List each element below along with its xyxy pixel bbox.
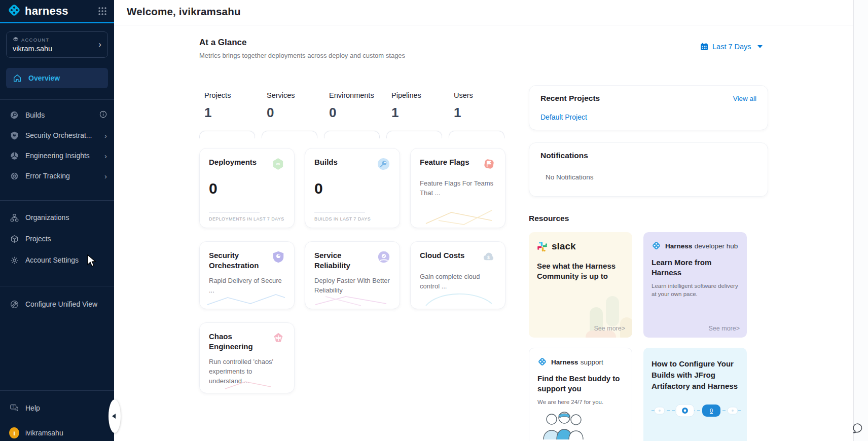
see-more-link[interactable]: See more>: [709, 325, 740, 332]
sidebar-divider: [0, 99, 114, 100]
module-cards: Deployments ∞ 0 DEPLOYMENTS IN LAST 7 DA…: [199, 148, 505, 393]
card-edge: [199, 131, 255, 138]
resources-title: Resources: [529, 214, 768, 223]
metric-services[interactable]: Services 0: [267, 91, 329, 121]
app-grid-icon[interactable]: [98, 7, 107, 16]
sidebar-item-label: Builds: [25, 111, 93, 119]
sidebar-divider: [0, 200, 114, 201]
service-reliability-icon: [377, 250, 390, 266]
chevron-right-icon: ›: [104, 152, 107, 160]
recent-projects-title: Recent Projects: [540, 94, 600, 103]
jfrog-resource-card[interactable]: How to Configure Your Builds with JFrog …: [643, 348, 747, 441]
metric-pipelines[interactable]: Pipelines 1: [391, 91, 454, 121]
svg-text:?: ?: [12, 405, 14, 409]
see-more-link[interactable]: See more>: [594, 325, 626, 332]
sidebar-item-help[interactable]: ? Help: [0, 398, 114, 418]
feature-flags-icon: [482, 157, 496, 173]
metric-environments[interactable]: Environments 0: [329, 91, 391, 121]
decorative-sketch: [205, 289, 286, 307]
sidebar-item-overview[interactable]: Overview: [6, 68, 108, 88]
brand-name: harness: [25, 5, 98, 18]
developer-hub-resource-card[interactable]: Harness developer hub Learn More from Ha…: [643, 232, 747, 338]
security-orchestration-card[interactable]: Security Orchestration Rapid Delivery of…: [199, 241, 295, 309]
sidebar-item-account-settings[interactable]: Account Settings: [0, 249, 114, 271]
card-description: Deploy Faster With Better Reliability: [314, 276, 390, 296]
cloud-costs-card[interactable]: Cloud Costs $ Gain complete cloud contro…: [410, 241, 505, 309]
pipeline-badge: 0: [710, 408, 713, 414]
card-edge: [324, 131, 380, 138]
chevron-down-icon: [757, 45, 763, 48]
chat-support-icon[interactable]: [849, 422, 864, 438]
metric-value: 1: [391, 105, 454, 121]
decorative-sketch: [416, 205, 497, 226]
info-icon[interactable]: [99, 111, 107, 120]
insights-icon: [9, 152, 19, 160]
sidebar-item-engineering-insights[interactable]: Engineering Insights ›: [0, 145, 114, 166]
chaos-engineering-card[interactable]: Chaos Engineering Run controlled 'chaos'…: [199, 322, 295, 393]
gear-icon: [9, 256, 19, 265]
card-description: Feature Flags For Teams That ...: [420, 179, 496, 198]
metric-card-edges: [199, 131, 504, 138]
card-value: 0: [209, 180, 285, 197]
harness-logo-icon: [7, 3, 21, 19]
brand-rest: support: [581, 358, 603, 366]
sidebar-item-projects[interactable]: Projects: [0, 228, 114, 249]
pipeline-illustration: 0: [652, 399, 741, 422]
deployments-card[interactable]: Deployments ∞ 0 DEPLOYMENTS IN LAST 7 DA…: [199, 148, 295, 228]
account-icon: [13, 36, 19, 43]
sidebar-item-label: Configure Unified View: [25, 300, 107, 308]
sidebar-item-security-orchestration[interactable]: Security Orchestrat... ›: [0, 125, 114, 145]
card-title: Service Reliability: [314, 250, 374, 270]
card-title: Chaos Engineering: [209, 332, 269, 351]
sidebar-collapse-handle[interactable]: [108, 399, 121, 433]
harness-support-resource-card[interactable]: Harness support Find the Best buddy to s…: [529, 348, 632, 441]
resource-headline: See what the Harness Community is up to: [537, 261, 624, 282]
metric-users[interactable]: Users 1: [454, 91, 516, 121]
page-title: Welcome, ivikramsahu: [114, 0, 853, 18]
sidebar-item-label: Overview: [28, 74, 102, 82]
harness-logo-icon: [652, 241, 661, 250]
sidebar-user[interactable]: i ivikramsahu: [0, 424, 114, 441]
notifications-card: Notifications No Notifications: [529, 142, 768, 197]
sidebar-item-configure-unified-view[interactable]: Configure Unified View: [0, 293, 114, 315]
security-orchestration-icon: [272, 250, 285, 266]
sidebar-item-label: Error Tracking: [25, 172, 98, 180]
sidebar-item-label: Help: [25, 404, 107, 412]
shield-icon: [9, 131, 19, 140]
metric-value: 1: [204, 105, 267, 121]
default-project-link[interactable]: Default Project: [540, 113, 587, 121]
decorative-sketch: [416, 288, 497, 307]
metric-label: Services: [267, 91, 329, 99]
card-caption: DEPLOYMENTS IN LAST 7 DAYS: [209, 216, 284, 222]
wrench-icon: [9, 300, 19, 309]
builds-card[interactable]: Builds 0 BUILDS IN LAST 7 DAYS: [305, 148, 400, 228]
deployments-icon: ∞: [271, 157, 285, 173]
svg-text:$: $: [487, 255, 490, 260]
metric-projects[interactable]: Projects 1: [204, 91, 267, 121]
metric-label: Environments: [329, 91, 391, 99]
divider: [314, 212, 365, 213]
card-title: Feature Flags: [420, 157, 469, 167]
sidebar-item-organizations[interactable]: Organizations: [0, 207, 114, 228]
brand-bold: Harness: [551, 358, 578, 366]
resource-description: Learn intelligent software delivery at y…: [652, 282, 739, 298]
right-panel: Recent Projects View all Default Project…: [529, 85, 768, 441]
scrollbar-gutter[interactable]: [853, 0, 868, 441]
sidebar-item-error-tracking[interactable]: Error Tracking ›: [0, 166, 114, 186]
service-reliability-card[interactable]: Service Reliability Deploy Faster With B…: [305, 241, 400, 309]
view-all-link[interactable]: View all: [733, 95, 756, 102]
cube-icon: [9, 235, 19, 243]
organizations-icon: [9, 213, 19, 222]
sidebar-item-label: Engineering Insights: [25, 152, 98, 160]
decorative-sketch: [310, 293, 391, 307]
account-switcher[interactable]: ACCOUNT vikram.sahu ›: [6, 31, 108, 58]
date-range-dropdown[interactable]: Last 7 Days: [700, 43, 763, 51]
notifications-title: Notifications: [540, 151, 756, 160]
card-title: Security Orchestration: [209, 250, 269, 270]
slack-resource-card[interactable]: slack See what the Harness Community is …: [529, 232, 632, 338]
builds-module-icon: [9, 111, 19, 120]
resource-headline: How to Configure Your Builds with JFrog …: [652, 358, 739, 391]
builds-icon: [377, 157, 390, 173]
feature-flags-card[interactable]: Feature Flags Feature Flags For Teams Th…: [410, 148, 505, 228]
sidebar-item-builds[interactable]: Builds: [0, 105, 114, 125]
